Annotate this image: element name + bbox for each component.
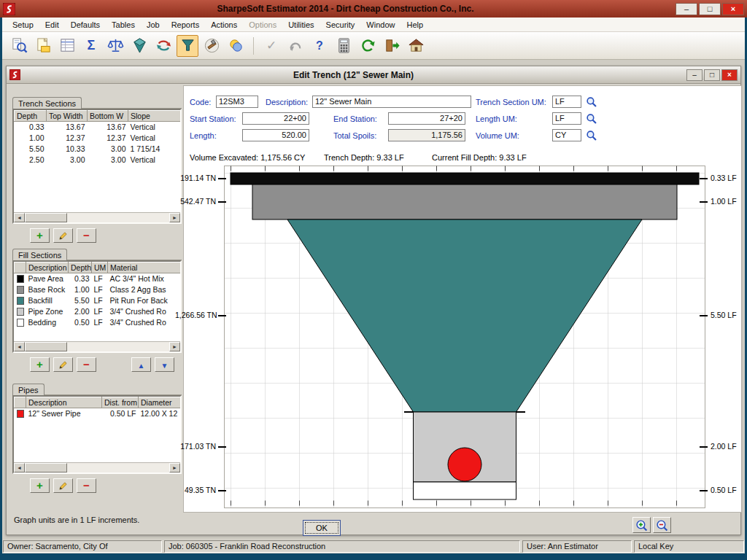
scroll-right-icon[interactable] — [169, 463, 180, 472]
table-row[interactable]: 0.3313.6713.67Vertical — [15, 122, 181, 133]
toolbar-scales-icon[interactable] — [104, 35, 126, 57]
col-top-width[interactable]: Top Width — [47, 111, 88, 122]
scroll-left-icon[interactable] — [14, 342, 25, 351]
col-slope[interactable]: Slope — [128, 111, 181, 122]
toolbar-refresh-icon[interactable] — [357, 35, 379, 57]
length-um-input[interactable]: LF — [552, 112, 581, 125]
table-row[interactable]: Pipe Zone2.00LF3/4" Crushed Ro — [15, 306, 181, 317]
minimize-button[interactable]: – — [676, 3, 697, 15]
scroll-left-icon[interactable] — [14, 213, 25, 222]
close-button[interactable]: × — [722, 3, 744, 15]
horizontal-scrollbar[interactable] — [14, 462, 180, 472]
pipe-delete-button[interactable] — [77, 478, 96, 493]
col-dist-from[interactable]: Dist. from — [102, 397, 139, 408]
length-um-lookup-icon[interactable] — [586, 113, 597, 124]
menu-defaults[interactable]: Defaults — [65, 18, 106, 31]
fill-add-button[interactable] — [30, 357, 50, 372]
pipe-edit-button[interactable] — [53, 478, 73, 493]
toolbar-worksheet-icon[interactable] — [56, 35, 78, 57]
trench-delete-button[interactable] — [77, 228, 96, 243]
toolbar-find-icon[interactable] — [8, 35, 30, 57]
table-row[interactable]: Pave Area0.33LFAC 3/4" Hot Mix — [15, 273, 181, 284]
scroll-track[interactable] — [25, 213, 169, 222]
end-station-input[interactable]: 27+20 — [388, 112, 465, 125]
table-row[interactable]: Bedding0.50LF3/4" Crushed Ro — [15, 317, 181, 328]
scroll-right-icon[interactable] — [169, 342, 180, 351]
scroll-thumb[interactable] — [25, 342, 67, 351]
scroll-right-icon[interactable] — [169, 213, 180, 222]
table-row[interactable]: 1.0012.3712.37Vertical — [15, 133, 181, 144]
dialog-close-button[interactable]: × — [721, 69, 738, 81]
menu-setup[interactable]: Setup — [7, 18, 39, 31]
menu-tables[interactable]: Tables — [106, 18, 141, 31]
toolbar-calculator-icon[interactable] — [333, 35, 355, 57]
toolbar-payments-icon[interactable] — [225, 35, 247, 57]
col-bottom-width[interactable]: Bottom W — [88, 111, 128, 122]
toolbar-exit-icon[interactable] — [381, 35, 403, 57]
toolbar-materials-icon[interactable] — [128, 35, 150, 57]
trench-um-input[interactable]: LF — [552, 96, 581, 108]
scroll-thumb[interactable] — [25, 463, 67, 472]
table-row[interactable]: 5.5010.333.001 715/14 — [15, 144, 181, 155]
menu-reports[interactable]: Reports — [166, 18, 206, 31]
col-fill-depth[interactable]: Depth — [69, 262, 92, 273]
toolbar-undo-icon[interactable] — [285, 35, 306, 57]
col-description[interactable]: Description — [26, 262, 69, 273]
fill-edit-button[interactable] — [53, 357, 73, 372]
tab-pipes[interactable]: Pipes — [12, 384, 44, 395]
zoom-in-button[interactable] — [632, 517, 651, 533]
volume-um-lookup-icon[interactable] — [586, 130, 597, 141]
description-input[interactable]: 12" Sewer Main — [312, 96, 471, 108]
col-material[interactable]: Material — [108, 262, 181, 273]
toolbar-home-icon[interactable] — [405, 35, 427, 57]
length-input[interactable]: 520.00 — [242, 129, 309, 141]
menu-edit[interactable]: Edit — [39, 18, 65, 31]
start-station-input[interactable]: 22+00 — [242, 112, 309, 125]
col-swatch[interactable] — [15, 262, 26, 273]
tab-trench-sections[interactable]: Trench Sections — [12, 97, 82, 109]
fill-delete-button[interactable] — [77, 357, 96, 372]
tab-fill-sections[interactable]: Fill Sections — [12, 249, 67, 260]
toolbar-confirm-icon[interactable] — [260, 35, 282, 57]
trench-um-lookup-icon[interactable] — [586, 96, 597, 107]
col-diameter[interactable]: Diameter — [139, 397, 181, 408]
toolbar-trench-icon[interactable] — [177, 35, 198, 57]
table-row[interactable]: Backfill5.50LFPit Run For Back — [15, 295, 181, 306]
dialog-maximize-button[interactable]: □ — [704, 69, 720, 81]
volume-um-input[interactable]: CY — [552, 129, 581, 141]
menu-job[interactable]: Job — [141, 18, 166, 31]
scroll-thumb[interactable] — [25, 213, 67, 222]
menu-utilities[interactable]: Utilities — [282, 18, 320, 31]
toolbar-exchange-icon[interactable] — [152, 35, 174, 57]
trench-add-button[interactable] — [30, 228, 50, 243]
col-um[interactable]: UM — [92, 262, 108, 273]
trench-sections-table[interactable]: Depth Top Width Bottom W Slope 0.3313.67… — [12, 109, 182, 224]
table-row[interactable]: 2.503.003.00Vertical — [15, 155, 181, 166]
scroll-left-icon[interactable] — [14, 463, 25, 472]
horizontal-scrollbar[interactable] — [14, 341, 180, 351]
fill-sections-table[interactable]: Description Depth UM Material Pave Area0… — [12, 260, 182, 353]
dialog-minimize-button[interactable]: – — [686, 69, 703, 81]
move-up-button[interactable] — [131, 357, 151, 372]
toolbar-new-item-icon[interactable] — [32, 35, 54, 57]
col-pipe-description[interactable]: Description — [26, 397, 102, 408]
maximize-button[interactable]: □ — [699, 3, 721, 15]
table-row[interactable]: Base Rock1.00LFClass 2 Agg Bas — [15, 284, 181, 295]
horizontal-scrollbar[interactable] — [14, 212, 180, 222]
zoom-out-button[interactable] — [653, 517, 671, 533]
menu-security[interactable]: Security — [320, 18, 361, 31]
ok-button[interactable]: OK — [303, 520, 341, 536]
toolbar-totals-icon[interactable] — [80, 35, 102, 57]
trench-edit-button[interactable] — [53, 228, 73, 243]
menu-help[interactable]: Help — [400, 18, 429, 31]
pipe-add-button[interactable] — [30, 478, 50, 493]
scroll-track[interactable] — [25, 342, 169, 351]
menu-actions[interactable]: Actions — [205, 18, 243, 31]
table-row[interactable]: 12" Sewer Pipe0.50 LF12.00 X 12 — [15, 408, 181, 419]
move-down-button[interactable] — [155, 357, 174, 372]
pipes-table[interactable]: Description Dist. from Diameter 12" Sewe… — [12, 395, 182, 474]
toolbar-help-icon[interactable] — [309, 35, 330, 57]
menu-window[interactable]: Window — [360, 18, 400, 31]
toolbar-tools-icon[interactable] — [201, 35, 222, 57]
col-depth[interactable]: Depth — [15, 111, 47, 122]
